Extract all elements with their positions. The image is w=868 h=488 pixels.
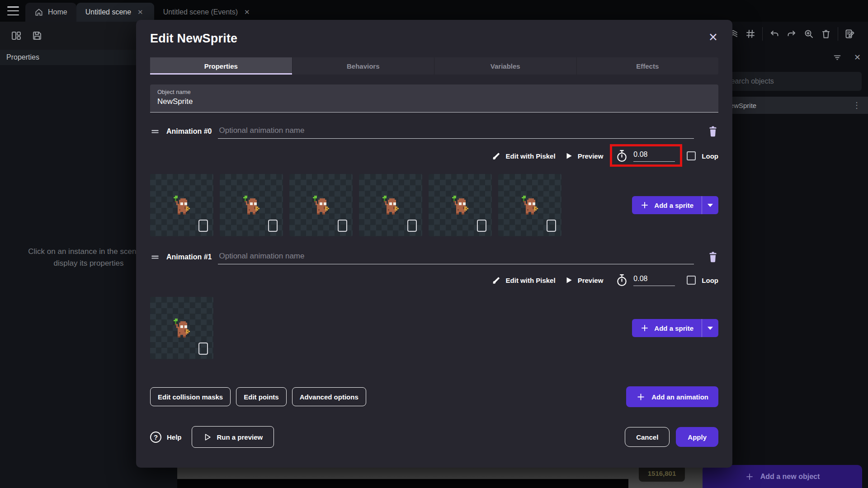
sprite-image (311, 196, 330, 215)
time-between-frames-input[interactable] (633, 275, 675, 286)
plus-icon (640, 201, 649, 210)
drag-handle-icon[interactable] (150, 127, 160, 136)
sprite-frame-thumbnail[interactable] (429, 174, 492, 236)
advanced-options-button[interactable]: Advanced options (292, 387, 366, 406)
object-name-label: Object name (157, 89, 711, 95)
animation-name-input[interactable] (218, 250, 694, 264)
object-list-item[interactable]: NewSprite ⋮ (712, 97, 868, 114)
tab-scene-label: Untitled scene (85, 8, 131, 16)
home-icon (34, 8, 43, 17)
add-sprite-dropdown-caret[interactable] (702, 204, 718, 207)
save-icon[interactable] (32, 30, 42, 41)
edit-collision-masks-button[interactable]: Edit collision masks (150, 387, 231, 406)
brush-icon (492, 151, 501, 160)
add-new-object-button[interactable]: Add a new object (703, 465, 862, 488)
frame-select-checkbox[interactable] (407, 220, 417, 232)
animation-0-frames: Add a sprite (150, 174, 718, 236)
edit-with-piskel-button[interactable]: Edit with Piskel (487, 148, 560, 164)
sprite-image (242, 196, 261, 215)
sprite-image (381, 196, 400, 215)
frame-select-checkbox[interactable] (198, 220, 208, 232)
animation-1-tools: Edit with Piskel Preview Loop (150, 270, 718, 291)
preview-button[interactable]: Preview (560, 148, 608, 164)
scene-toolbar (728, 27, 855, 41)
close-panel-icon[interactable]: ✕ (854, 52, 861, 62)
sprite-frame-thumbnail[interactable] (359, 174, 422, 236)
object-name-field[interactable]: Object name (150, 84, 718, 113)
edit-with-piskel-button[interactable]: Edit with Piskel (487, 272, 560, 288)
cancel-button[interactable]: Cancel (625, 427, 670, 447)
loop-label: Loop (702, 277, 718, 284)
hamburger-menu-icon[interactable] (7, 6, 19, 15)
animation-0-tools: Edit with Piskel Preview Loop (150, 144, 718, 168)
tab-untitled-scene-events[interactable]: Untitled scene (Events) ✕ (154, 3, 261, 22)
dialog-close-icon[interactable]: ✕ (708, 32, 718, 43)
scene-bottom-bar (177, 479, 628, 488)
frame-select-checkbox[interactable] (338, 220, 347, 232)
sprite-image (172, 319, 191, 338)
sprite-frame-thumbnail[interactable] (220, 174, 283, 236)
plus-icon (636, 392, 646, 402)
sprite-image (520, 196, 539, 215)
undo-icon[interactable] (769, 28, 780, 39)
edit-notebook-icon[interactable] (844, 28, 855, 39)
tab-behaviors[interactable]: Behaviors (292, 57, 434, 75)
zoom-in-icon[interactable] (803, 28, 814, 39)
search-objects-box[interactable] (720, 72, 862, 91)
add-sprite-button[interactable]: Add a sprite (632, 319, 718, 337)
tab-effects[interactable]: Effects (576, 57, 719, 75)
time-between-frames-field[interactable] (616, 150, 675, 163)
object-name-input[interactable] (157, 97, 711, 106)
frame-select-checkbox[interactable] (477, 220, 486, 232)
stopwatch-icon (616, 150, 628, 163)
animation-label: Animation #1 (166, 253, 212, 261)
run-preview-button[interactable]: Run a preview (192, 426, 274, 448)
help-button[interactable]: ? Help (150, 432, 182, 443)
animation-name-input[interactable] (218, 124, 694, 139)
time-between-frames-input[interactable] (633, 150, 675, 162)
grid-icon[interactable] (745, 28, 756, 39)
sprite-frame-thumbnail[interactable] (150, 174, 213, 236)
preview-button[interactable]: Preview (560, 272, 608, 288)
add-sprite-button[interactable]: Add a sprite (632, 196, 718, 214)
tab-home-label: Home (48, 8, 67, 16)
apply-button[interactable]: Apply (676, 427, 718, 447)
plus-icon (745, 472, 754, 481)
frame-select-checkbox[interactable] (198, 343, 208, 355)
object-menu-dots-icon[interactable]: ⋮ (853, 100, 868, 110)
edit-sprite-dialog: Edit NewSprite ✕ Properties Behaviors Va… (136, 20, 732, 468)
play-icon (565, 152, 573, 160)
tab-variables[interactable]: Variables (434, 57, 576, 75)
tab-properties[interactable]: Properties (150, 57, 292, 75)
tab-untitled-scene[interactable]: Untitled scene ✕ (76, 3, 154, 22)
close-tab-icon[interactable]: ✕ (136, 7, 145, 17)
add-sprite-dropdown-caret[interactable] (702, 327, 718, 330)
animation-1-frames: Add a sprite (150, 297, 718, 359)
search-objects-input[interactable] (720, 77, 862, 85)
time-between-frames-field[interactable] (616, 274, 675, 287)
brush-icon (492, 276, 501, 285)
add-animation-button[interactable]: Add an animation (626, 386, 718, 407)
sprite-frame-thumbnail[interactable] (289, 174, 353, 236)
delete-animation-button[interactable] (708, 125, 718, 138)
delete-animation-button[interactable] (708, 251, 718, 263)
close-tab-icon[interactable]: ✕ (242, 7, 252, 17)
frame-select-checkbox[interactable] (547, 220, 556, 232)
loop-checkbox[interactable] (687, 276, 696, 285)
sprite-image (451, 196, 470, 215)
redo-icon[interactable] (786, 28, 797, 39)
trash-icon[interactable] (821, 28, 831, 39)
sprite-frame-thumbnail[interactable] (498, 174, 561, 236)
dialog-tabs: Properties Behaviors Variables Effects (150, 57, 718, 75)
question-icon: ? (150, 432, 161, 443)
tab-events-label: Untitled scene (Events) (163, 8, 238, 16)
sprite-frame-thumbnail[interactable] (150, 297, 213, 359)
edit-points-button[interactable]: Edit points (236, 387, 287, 406)
frame-select-checkbox[interactable] (268, 220, 278, 232)
drag-handle-icon[interactable] (150, 253, 160, 262)
loop-checkbox[interactable] (687, 151, 696, 160)
tab-home[interactable]: Home (25, 3, 76, 22)
dialog-title: Edit NewSprite (150, 32, 718, 46)
filter-icon[interactable] (832, 52, 842, 62)
layout-panels-icon[interactable] (11, 30, 22, 41)
